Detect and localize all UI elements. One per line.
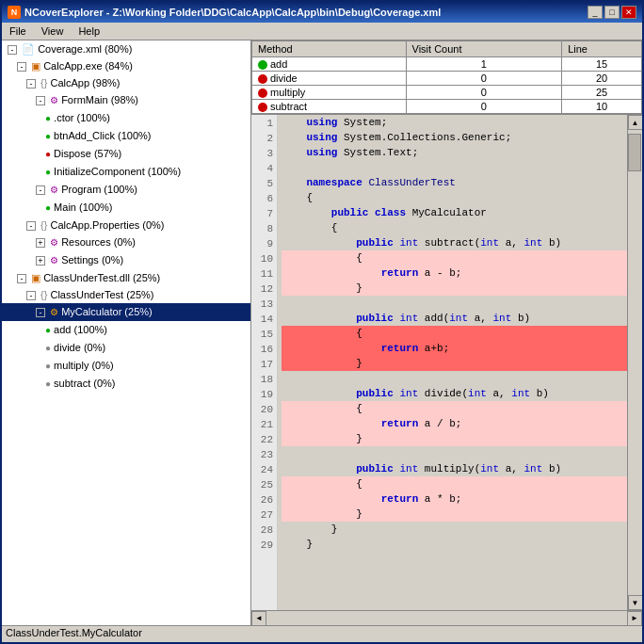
method-green-icon: ● <box>45 113 51 123</box>
expand-icon[interactable]: - <box>26 291 36 300</box>
tree-item-calcapp-ns[interactable]: - {} CalcApp (98%) <box>2 74 250 91</box>
expand-icon[interactable]: - <box>17 274 26 283</box>
method-cell: add <box>252 57 407 72</box>
code-line-14: public int add(int a, int b) <box>282 311 627 326</box>
tree-item-ctor[interactable]: ● .ctor (100%) <box>2 109 250 127</box>
col-method[interactable]: Method <box>252 41 407 57</box>
tree-label: FormMain (98%) <box>61 94 138 105</box>
menu-view[interactable]: View <box>38 24 68 38</box>
expand-icon[interactable]: - <box>17 62 26 72</box>
assembly-icon: ▣ <box>31 60 40 72</box>
code-line-25: { <box>282 476 627 491</box>
right-panel: Method Visit Count Line add 1 15 <box>251 40 642 625</box>
tree-item-add[interactable]: ● add (100%) <box>2 321 250 339</box>
tree-item-settings[interactable]: + ⚙ Settings (0%) <box>2 251 250 269</box>
expand-icon[interactable]: + <box>36 256 45 266</box>
tree-label: divide (0%) <box>54 342 105 353</box>
tree-item-program[interactable]: - ⚙ Program (100%) <box>2 181 250 199</box>
code-content: using System; using System.Collections.G… <box>278 115 627 610</box>
tree-item-divide[interactable]: ● divide (0%) <box>2 339 250 357</box>
title-bar: N NCoverExplorer - Z:\Working Folder\DDG… <box>2 2 642 23</box>
tree-item-multiply[interactable]: ● multiply (0%) <box>2 357 250 375</box>
tree-item-subtract[interactable]: ● subtract (0%) <box>2 375 250 393</box>
scroll-thumb[interactable] <box>628 134 641 171</box>
minimize-button[interactable]: _ <box>588 6 603 19</box>
tree-item-mycalculator[interactable]: - ⚙ MyCalculator (25%) <box>2 303 250 321</box>
code-line-27: } <box>282 507 627 522</box>
expand-icon[interactable]: + <box>36 238 45 248</box>
tree-item-calcapp-props[interactable]: - {} CalcApp.Properties (0%) <box>2 217 250 233</box>
maximize-button[interactable]: □ <box>604 6 620 19</box>
table-row[interactable]: multiply 0 25 <box>252 86 642 100</box>
method-gray-icon: ● <box>45 343 51 353</box>
tree-item-main[interactable]: ● Main (100%) <box>2 199 250 217</box>
tree-label: Program (100%) <box>61 184 137 195</box>
menu-bar: File View Help <box>2 23 642 40</box>
tree-item-calcapp-exe[interactable]: - ▣ CalcApp.exe (84%) <box>2 57 250 74</box>
col-line[interactable]: Line <box>562 41 642 57</box>
line-numbers: 12345 678910 1112131415 1617181920 21222… <box>251 115 278 610</box>
table-row[interactable]: add 1 15 <box>252 57 642 72</box>
scroll-up-button[interactable]: ▲ <box>628 115 643 130</box>
col-visits[interactable]: Visit Count <box>406 41 562 57</box>
visits-cell: 1 <box>406 57 562 72</box>
table-row[interactable]: subtract 0 10 <box>252 100 642 114</box>
tree-label: MyCalculator (25%) <box>61 306 153 317</box>
tree-item-initcomp[interactable]: ● InitializeComponent (100%) <box>2 163 250 181</box>
tree-label: Main (100%) <box>54 201 112 213</box>
line-cell: 10 <box>562 100 642 114</box>
tree-label: add (100%) <box>54 324 107 335</box>
code-line-1: using System; <box>282 115 627 130</box>
tree-label: ClassUnderTest.dll (25%) <box>43 272 160 283</box>
tree-label: CalcApp.Properties (0%) <box>50 219 164 231</box>
title-buttons: _ □ ✕ <box>588 6 636 19</box>
coverage-dot-red <box>258 89 267 98</box>
class-icon: ⚙ <box>50 255 58 266</box>
tree-panel: - 📄 Coverage.xml (80%) - ▣ CalcApp.exe (… <box>2 40 251 625</box>
assembly-icon: ▣ <box>31 272 40 283</box>
main-window: N NCoverExplorer - Z:\Working Folder\DDG… <box>0 0 644 644</box>
tree-item-resources[interactable]: + ⚙ Resources (0%) <box>2 233 250 251</box>
method-green-icon: ● <box>45 325 51 335</box>
expand-icon[interactable]: - <box>36 185 45 195</box>
tree-item-classundertest-dll[interactable]: - ▣ ClassUnderTest.dll (25%) <box>2 269 250 286</box>
scroll-right-button[interactable]: ► <box>627 611 642 626</box>
code-line-6: { <box>282 190 627 205</box>
code-line-5: namespace ClassUnderTest <box>282 175 627 190</box>
close-button[interactable]: ✕ <box>621 6 636 19</box>
method-gray-icon: ● <box>45 361 51 371</box>
expand-icon[interactable]: - <box>26 79 36 89</box>
method-cell: subtract <box>252 100 407 114</box>
code-line-18 <box>282 371 627 386</box>
menu-help[interactable]: Help <box>74 24 104 38</box>
coverage-dot-red <box>258 74 267 84</box>
hscroll-track[interactable] <box>266 611 627 626</box>
table-row[interactable]: divide 0 20 <box>252 72 642 86</box>
tree-label: CalcApp (98%) <box>50 77 120 89</box>
line-cell: 25 <box>562 86 642 100</box>
class-icon: ⚙ <box>50 95 58 105</box>
tree-item-coverage-xml[interactable]: - 📄 Coverage.xml (80%) <box>2 40 250 57</box>
tree-label: InitializeComponent (100%) <box>54 166 181 177</box>
code-line-23 <box>282 446 627 461</box>
expand-icon[interactable]: - <box>36 96 45 105</box>
expand-icon[interactable]: - <box>8 45 17 55</box>
title-bar-left: N NCoverExplorer - Z:\Working Folder\DDG… <box>8 6 441 19</box>
code-line-22: } <box>282 431 627 446</box>
tree-item-btnadd[interactable]: ● btnAdd_Click (100%) <box>2 127 250 145</box>
code-line-24: public int multiply(int a, int b) <box>282 461 627 476</box>
method-red-icon: ● <box>45 149 51 159</box>
expand-icon[interactable]: - <box>36 308 45 317</box>
tree-item-formmain[interactable]: - ⚙ FormMain (98%) <box>2 91 250 109</box>
menu-file[interactable]: File <box>6 24 30 38</box>
tree-item-dispose[interactable]: ● Dispose (57%) <box>2 145 250 163</box>
horizontal-scrollbar: ◄ ► <box>251 610 642 625</box>
method-cell: divide <box>252 72 407 86</box>
code-line-9: public int subtract(int a, int b) <box>282 235 627 250</box>
tree-item-classundertest-ns[interactable]: - {} ClassUnderTest (25%) <box>2 286 250 303</box>
tree-label: Coverage.xml (80%) <box>38 43 132 55</box>
scroll-left-button[interactable]: ◄ <box>251 611 266 626</box>
tree-label: multiply (0%) <box>54 360 114 371</box>
scroll-down-button[interactable]: ▼ <box>628 595 643 610</box>
expand-icon[interactable]: - <box>26 221 36 231</box>
